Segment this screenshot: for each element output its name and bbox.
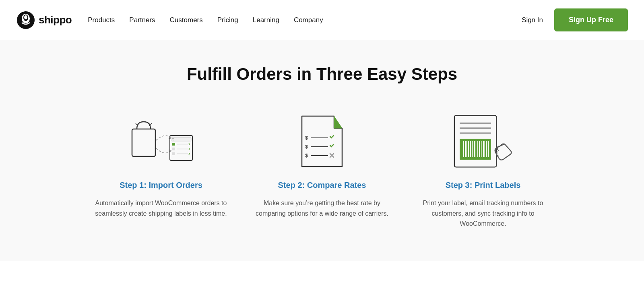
svg-rect-14	[172, 152, 175, 155]
logo-link[interactable]: shippo	[16, 10, 72, 30]
nav-item-products[interactable]: Products	[88, 16, 115, 24]
sign-up-button[interactable]: Sign Up Free	[554, 8, 628, 31]
svg-text:$: $	[305, 144, 308, 150]
step-1-title: Step 1: Import Orders	[120, 181, 202, 190]
logo-text: shippo	[39, 14, 72, 26]
step-2-title: Step 2: Compare Rates	[278, 181, 366, 190]
main-section: Fulfill Orders in Three Easy Steps	[0, 40, 644, 261]
section-title: Fulfill Orders in Three Easy Steps	[16, 65, 628, 84]
navbar: shippo Products Partners Customers Prici…	[0, 0, 644, 40]
svg-rect-10	[172, 143, 175, 146]
svg-text:$: $	[305, 152, 308, 158]
step-2-icon: $ $ $	[286, 108, 358, 173]
step-1: Step 1: Import Orders Automatically impo…	[93, 108, 229, 219]
step-1-icon	[125, 108, 197, 173]
nav-item-customers[interactable]: Customers	[170, 16, 203, 24]
svg-point-3	[24, 15, 27, 19]
nav-item-company[interactable]: Company	[294, 16, 323, 24]
step-1-desc: Automatically import WooCommerce orders …	[93, 198, 229, 219]
nav-item-partners[interactable]: Partners	[129, 16, 155, 24]
nav-links: Products Partners Customers Pricing Lear…	[88, 16, 522, 24]
steps-container: Step 1: Import Orders Automatically impo…	[80, 108, 564, 229]
svg-rect-12	[172, 148, 175, 150]
step-3-desc: Print your label, email tracking numbers…	[415, 198, 551, 229]
step-3: Step 3: Print Labels Print your label, e…	[415, 108, 551, 229]
step-2: $ $ $ Step 2: Compare Rates Make sure yo…	[254, 108, 390, 219]
logo-icon	[16, 10, 35, 30]
step-3-title: Step 3: Print Labels	[446, 181, 521, 190]
svg-rect-4	[132, 129, 155, 156]
sign-in-link[interactable]: Sign In	[522, 16, 543, 24]
nav-right: Sign In Sign Up Free	[522, 8, 628, 31]
step-2-desc: Make sure you’re getting the best rate b…	[254, 198, 390, 219]
svg-text:$: $	[305, 135, 308, 141]
nav-item-learning[interactable]: Learning	[253, 16, 279, 24]
step-3-icon	[447, 108, 519, 173]
nav-item-pricing[interactable]: Pricing	[217, 16, 238, 24]
